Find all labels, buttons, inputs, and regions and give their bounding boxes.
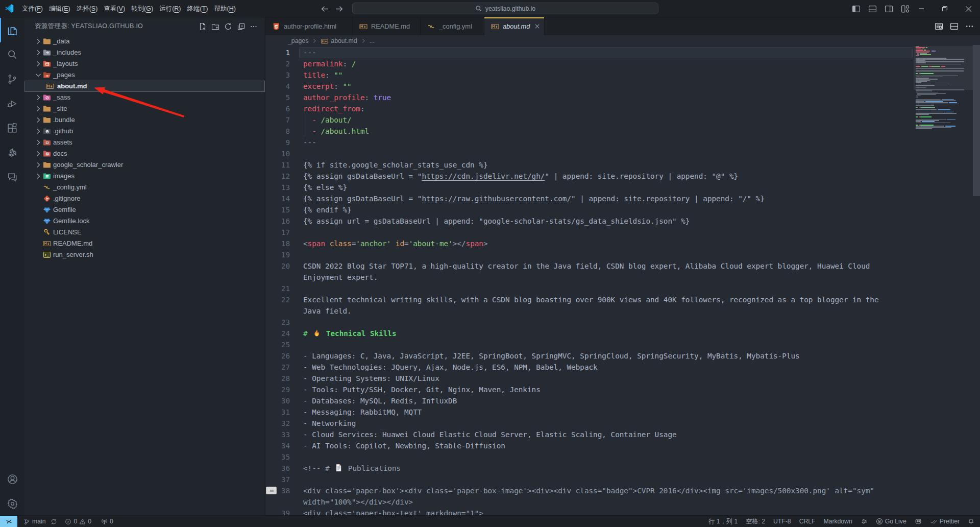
activity-extensions-icon[interactable] [0, 116, 24, 140]
breadcrumb-item[interactable]: _pages [288, 37, 308, 44]
close-button[interactable] [957, 0, 980, 17]
tree-item-about.md[interactable]: about.md [24, 81, 265, 92]
tree-item-_data[interactable]: _data [24, 36, 265, 47]
more-actions-icon[interactable] [965, 22, 974, 31]
toggle-panel-icon[interactable] [868, 5, 877, 13]
tree-item-.github[interactable]: .github [24, 126, 265, 137]
close-icon[interactable] [533, 22, 541, 31]
status-bell-icon[interactable] [968, 518, 974, 525]
tree-item-Gemfile.lock[interactable]: Gemfile.lock [24, 215, 265, 227]
tree-item-google_scholar_crawler[interactable]: google_scholar_crawler [24, 159, 265, 171]
status-ai-extension-icon[interactable] [861, 518, 868, 525]
tree-item-_sass[interactable]: _sass [24, 92, 265, 103]
command-center-search[interactable]: yeatsliao.github.io [352, 3, 658, 14]
tree-item-_includes[interactable]: _includes [24, 47, 265, 58]
menu-F[interactable]: 文件(F) [22, 3, 43, 15]
customize-layout-icon[interactable] [901, 5, 910, 13]
status-utf-8[interactable]: UTF-8 [773, 518, 791, 525]
status--1-1[interactable]: 行 1，列 1 [708, 517, 738, 526]
tab-about.md[interactable]: about.md [484, 17, 545, 35]
tree-item-_pages[interactable]: _pages [24, 69, 265, 81]
problems-indicator[interactable]: 00 [65, 518, 91, 525]
tree-item-assets[interactable]: assets [24, 137, 265, 148]
code-text: - Messaging: RabbitMQ, MQTT [303, 406, 422, 418]
menu-V[interactable]: 查看(V) [104, 3, 125, 15]
vertical-scrollbar[interactable] [973, 45, 980, 196]
code-line-7: 7 - /about/ [265, 114, 980, 126]
collapse-icon[interactable] [237, 22, 245, 31]
warning-count: 0 [88, 518, 91, 525]
tree-item-_site[interactable]: _site [24, 103, 265, 114]
activity-search-icon[interactable] [0, 42, 24, 67]
open-preview-icon[interactable] [935, 22, 943, 31]
menu-S[interactable]: 选择(S) [77, 3, 98, 15]
line-number: 1 [265, 47, 290, 58]
line-number: 27 [265, 362, 290, 373]
tab-label: README.md [371, 22, 410, 30]
status-bar: main000 行 1，列 1空格: 2UTF-8CRLFMarkdownGo … [0, 515, 980, 527]
sync-icon[interactable] [51, 518, 57, 525]
status-robot-icon[interactable] [915, 518, 922, 525]
nav-forward-icon[interactable] [335, 5, 344, 13]
ports-indicator[interactable]: 0 [101, 518, 113, 525]
tab-README.md[interactable]: README.md [353, 17, 421, 35]
menu-T[interactable]: 终端(T) [187, 3, 208, 15]
tree-item-docs[interactable]: docs [24, 148, 265, 159]
tree-item-images[interactable]: images [24, 171, 265, 182]
menu-G[interactable]: 转到(G) [131, 3, 153, 15]
more-icon[interactable] [250, 22, 258, 31]
new-file-icon[interactable] [199, 22, 207, 31]
activity-account-icon[interactable] [0, 467, 24, 491]
tab-_config.yml[interactable]: _config.yml [421, 17, 484, 35]
tree-item-_layouts[interactable]: _layouts [24, 58, 265, 69]
new-folder-icon[interactable] [211, 22, 219, 31]
activity-ai-extension-icon[interactable] [0, 140, 24, 165]
status--2[interactable]: 空格: 2 [746, 517, 765, 526]
status-crlf[interactable]: CRLF [799, 518, 816, 525]
tree-item-label: Gemfile.lock [53, 217, 90, 225]
minimap[interactable] [914, 46, 973, 485]
activity-files-icon[interactable] [0, 18, 24, 42]
tree-item-README.md[interactable]: README.md [24, 238, 265, 249]
tree-item-.gitignore[interactable]: .gitignore [24, 193, 265, 204]
console-icon [43, 251, 51, 259]
activity-source-control-icon[interactable] [0, 67, 24, 91]
tree-item-.bundle[interactable]: .bundle [24, 114, 265, 126]
code-line-2: 2permalink: / [265, 58, 980, 69]
activity-run-debug-icon[interactable] [0, 91, 24, 116]
code-line-15: 15{% endif %} [265, 204, 980, 215]
nav-back-icon[interactable] [321, 5, 329, 13]
status-markdown[interactable]: Markdown [823, 518, 852, 525]
markdown-icon [43, 239, 51, 248]
branch-indicator[interactable]: main [23, 518, 57, 525]
activity-chat-icon[interactable] [0, 165, 24, 189]
tree-item-_config.yml[interactable]: _config.yml [24, 182, 265, 193]
refresh-icon[interactable] [224, 22, 232, 31]
tree-item-run_server.sh[interactable]: run_server.sh [24, 249, 265, 260]
code-editor[interactable]: 1---2permalink: /3title: ""4excerpt: ""5… [265, 47, 980, 515]
chevron-right-icon [34, 161, 42, 169]
status-go-live[interactable]: Go Live [876, 518, 906, 525]
minimap-slider[interactable] [914, 46, 973, 90]
minimize-button[interactable] [910, 0, 933, 17]
toggle-secondary-sidebar-icon[interactable] [885, 5, 893, 13]
sidebar-border [265, 17, 265, 515]
breadcrumb-item[interactable]: ... [370, 37, 375, 44]
menu-E[interactable]: 编辑(E) [49, 3, 70, 15]
tab-author-profile.html[interactable]: author-profile.html [265, 17, 353, 35]
activity-settings-gear-icon[interactable] [0, 491, 24, 516]
menu-H[interactable]: 帮助(H) [214, 3, 235, 15]
status-prettier[interactable]: Prettier [930, 518, 960, 525]
split-editor-icon[interactable] [950, 22, 959, 31]
code-line-6: 6redirect_from: [265, 103, 980, 114]
tree-item-Gemfile[interactable]: Gemfile [24, 204, 265, 215]
explorer-sidebar: 资源管理器: YEATSLIAO.GITHUB.IO _data_include… [24, 17, 265, 515]
code-text: - Networking [303, 418, 356, 429]
breadcrumb-item[interactable]: about.md [331, 37, 357, 44]
remote-indicator[interactable] [0, 516, 17, 527]
toggle-sidebar-icon[interactable] [852, 5, 861, 13]
restore-button[interactable] [933, 0, 957, 17]
tree-item-LICENSE[interactable]: LICENSE [24, 227, 265, 238]
menu-R[interactable]: 运行(R) [159, 3, 181, 15]
image-preview-gutter[interactable] [266, 487, 277, 494]
